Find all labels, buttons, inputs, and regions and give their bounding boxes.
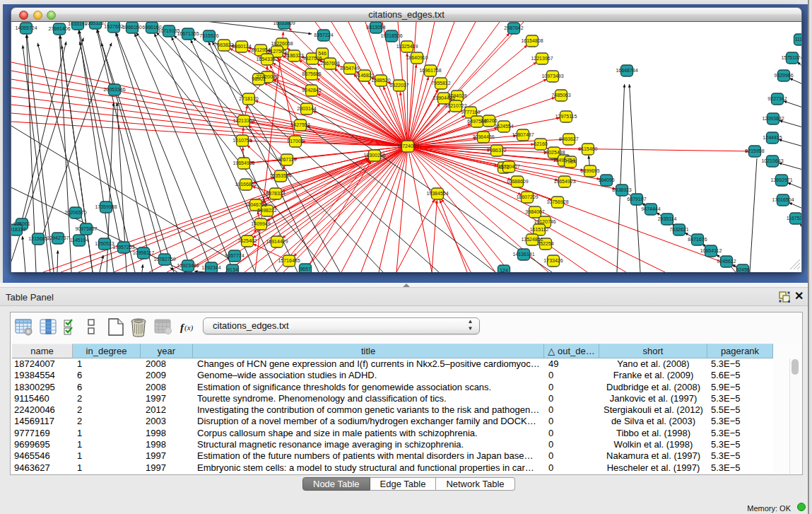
svg-text:(x): (x) xyxy=(184,323,194,332)
svg-text:9777169: 9777169 xyxy=(461,110,480,115)
svg-text:9115460: 9115460 xyxy=(579,146,598,151)
svg-text:3267110: 3267110 xyxy=(278,157,297,162)
svg-text:2803144: 2803144 xyxy=(297,106,316,111)
svg-text:9794028: 9794028 xyxy=(447,93,466,98)
svg-text:20364436: 20364436 xyxy=(472,134,494,139)
svg-text:7485063: 7485063 xyxy=(551,93,570,98)
svg-text:14055724: 14055724 xyxy=(15,25,37,30)
svg-text:90975887: 90975887 xyxy=(75,226,97,231)
svg-text:12942737: 12942737 xyxy=(47,235,69,240)
svg-text:6899695: 6899695 xyxy=(580,168,599,173)
svg-text:10046708: 10046708 xyxy=(245,202,266,207)
svg-text:6322037: 6322037 xyxy=(389,83,408,88)
svg-text:17016504: 17016504 xyxy=(772,197,794,202)
svg-text:8427552: 8427552 xyxy=(290,122,310,127)
svg-text:20053346: 20053346 xyxy=(103,87,125,92)
svg-text:10654112: 10654112 xyxy=(700,248,722,253)
svg-text:7625402: 7625402 xyxy=(237,238,257,243)
svg-text:9134: 9134 xyxy=(227,267,238,272)
svg-text:10688609: 10688609 xyxy=(506,179,528,184)
svg-text:19384554: 19384554 xyxy=(426,191,448,196)
svg-text:546: 546 xyxy=(318,51,326,56)
svg-text:19166852: 19166852 xyxy=(235,182,257,187)
svg-text:917006: 917006 xyxy=(287,139,303,144)
svg-text:9227342: 9227342 xyxy=(767,96,787,101)
svg-text:62160: 62160 xyxy=(534,141,548,146)
svg-text:1250513: 1250513 xyxy=(95,241,114,246)
svg-text:9463627: 9463627 xyxy=(559,136,578,141)
svg-text:16210722: 16210722 xyxy=(445,103,466,108)
svg-text:3918312: 3918312 xyxy=(11,227,26,232)
svg-text:8875685: 8875685 xyxy=(302,71,321,76)
svg-text:1244415: 1244415 xyxy=(763,135,782,140)
svg-text:10807487: 10807487 xyxy=(512,132,534,137)
svg-text:10973493: 10973493 xyxy=(541,74,563,78)
svg-text:8186323: 8186323 xyxy=(284,53,303,58)
svg-text:13692971: 13692971 xyxy=(770,177,792,182)
svg-text:2718170: 2718170 xyxy=(239,96,258,101)
svg-text:7632621: 7632621 xyxy=(669,227,688,232)
svg-text:27691406: 27691406 xyxy=(48,26,70,31)
svg-text:9327505: 9327505 xyxy=(302,56,322,61)
svg-text:16961758: 16961758 xyxy=(419,68,441,73)
svg-text:1112: 1112 xyxy=(795,37,802,42)
svg-text:17359938: 17359938 xyxy=(95,204,117,209)
svg-text:7663822: 7663822 xyxy=(214,42,233,47)
svg-text:835001: 835001 xyxy=(13,221,30,226)
svg-text:15751074: 15751074 xyxy=(781,55,802,60)
svg-text:16671355: 16671355 xyxy=(177,31,199,36)
svg-text:2935114: 2935114 xyxy=(658,216,677,221)
svg-text:9245612: 9245612 xyxy=(717,259,736,264)
svg-text:10756928: 10756928 xyxy=(546,199,568,204)
svg-text:15720407: 15720407 xyxy=(498,164,519,169)
svg-text:252254: 252254 xyxy=(537,241,553,246)
svg-text:18607209: 18607209 xyxy=(516,194,538,199)
svg-text:6966160: 6966160 xyxy=(122,25,141,30)
svg-text:1733426: 1733426 xyxy=(543,258,563,263)
svg-text:7986372: 7986372 xyxy=(487,148,506,153)
svg-text:18724007: 18724007 xyxy=(396,144,418,148)
svg-text:10120746: 10120746 xyxy=(534,219,555,224)
svg-text:10025438: 10025438 xyxy=(543,150,565,155)
svg-text:9657: 9657 xyxy=(300,267,311,271)
svg-text:17957253: 17957253 xyxy=(112,245,134,250)
svg-text:11325419: 11325419 xyxy=(396,44,418,49)
svg-text:1010755: 1010755 xyxy=(233,138,252,143)
svg-text:18640910: 18640910 xyxy=(406,55,428,60)
svg-text:9474444: 9474444 xyxy=(641,206,660,211)
svg-text:7955812: 7955812 xyxy=(431,81,450,86)
svg-text:19654923: 19654923 xyxy=(553,179,575,184)
svg-text:8471676: 8471676 xyxy=(688,237,707,242)
svg-text:9657774: 9657774 xyxy=(225,253,244,258)
svg-text:16033809: 16033809 xyxy=(273,22,295,25)
svg-text:7515526: 7515526 xyxy=(199,33,218,38)
svg-text:5498222: 5498222 xyxy=(257,208,276,213)
svg-text:8938923: 8938923 xyxy=(612,187,631,192)
svg-text:18226058: 18226058 xyxy=(271,41,293,46)
svg-text:8813054: 8813054 xyxy=(366,25,385,30)
svg-text:164095: 164095 xyxy=(598,177,614,182)
svg-text:12923446: 12923446 xyxy=(177,263,199,268)
svg-text:8860124: 8860124 xyxy=(232,44,251,49)
svg-text:15716485: 15716485 xyxy=(278,258,300,263)
svg-text:124: 124 xyxy=(500,268,508,272)
svg-text:7984: 7984 xyxy=(565,159,576,164)
svg-text:746266: 746266 xyxy=(481,118,497,123)
svg-text:1215685: 1215685 xyxy=(28,236,47,241)
svg-text:9146821: 9146821 xyxy=(355,73,374,78)
svg-text:1615112: 1615112 xyxy=(530,227,549,232)
svg-text:10782759: 10782759 xyxy=(153,257,175,262)
svg-text:12975115: 12975115 xyxy=(555,114,577,119)
svg-text:18300295: 18300295 xyxy=(363,153,385,158)
svg-text:1292344: 1292344 xyxy=(201,265,220,270)
svg-text:92456: 92456 xyxy=(736,267,750,272)
svg-text:8454749: 8454749 xyxy=(340,66,359,71)
svg-text:8357224: 8357224 xyxy=(314,33,333,37)
svg-text:16648784: 16648784 xyxy=(616,68,637,73)
svg-text:1145194: 1145194 xyxy=(70,238,89,243)
svg-text:12213363: 12213363 xyxy=(233,118,254,123)
svg-text:20206570: 20206570 xyxy=(64,210,86,215)
svg-text:15353594: 15353594 xyxy=(269,173,291,178)
svg-text:3624554: 3624554 xyxy=(494,124,513,129)
svg-text:3215958: 3215958 xyxy=(745,148,764,153)
